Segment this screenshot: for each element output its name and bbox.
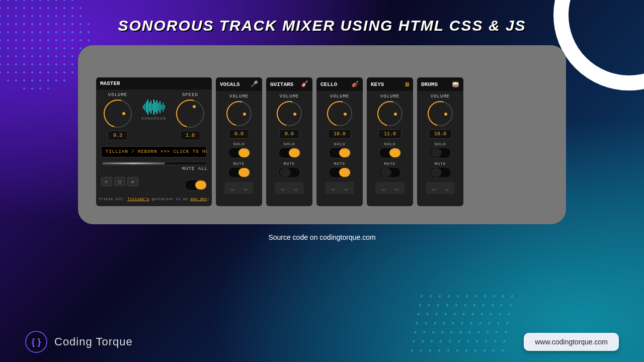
solo-toggle[interactable] (329, 147, 351, 158)
site-link-chip[interactable]: www.codingtorque.com (524, 333, 619, 351)
page-title: SONOROUS TRACK MIXER USING HTML CSS & JS (0, 0, 644, 34)
violin-icon: 🎻 (351, 80, 359, 88)
master-volume-unit: VOLUME 9.3 (101, 93, 134, 140)
track-panel-guitars: GUITARS 🎸 VOLUME 0.0 SOLO MUTE ◡ ◡ (266, 77, 312, 206)
transport-controls: ▷ ▢ ↻ (101, 177, 138, 186)
guitar-icon: 🎸 (301, 80, 308, 88)
solo-toggle[interactable] (278, 147, 300, 158)
track-panel-drums: DRUMS 🥁 VOLUME 10.0 SOLO MUTE ◡ ◡ (417, 77, 463, 206)
drum-icon: 🥁 (452, 80, 459, 88)
track-volume-value: 0.0 (229, 129, 249, 139)
mute-toggle[interactable] (228, 167, 250, 178)
headphone-right-icon: ◡ (291, 184, 301, 192)
track-volume-value: 10.0 (429, 129, 452, 139)
track-panel-keys: KEYS ▥ VOLUME 11.0 SOLO MUTE ◡ ◡ (367, 77, 413, 206)
solo-label: SOLO (334, 142, 345, 146)
keys-icon: ▥ (406, 80, 409, 88)
track-header: KEYS ▥ (367, 77, 413, 91)
track-volume-label: VOLUME (431, 94, 450, 99)
headphone-selector[interactable]: ◡ ◡ (224, 182, 254, 194)
track-header: CELLO 🎻 (316, 77, 363, 91)
mixer-frame: MASTER VOLUME 9.3 SONOROUS SPEED (78, 45, 566, 224)
track-volume-knob[interactable] (428, 101, 453, 126)
master-speed-value: 1.0 (180, 131, 200, 140)
headphone-right-icon: ◡ (391, 184, 401, 192)
master-volume-label: VOLUME (108, 93, 127, 98)
source-note: Source code on codingtorque.com (0, 233, 644, 241)
master-speed-unit: SPEED 1.0 (174, 93, 207, 140)
mute-toggle[interactable] (278, 167, 300, 178)
track-header: VOCALS 🎤 (216, 77, 262, 91)
decoration-dots-top-left (0, 0, 91, 90)
track-volume-label: VOLUME (280, 94, 299, 99)
headphone-selector[interactable]: ◡ ◡ (375, 182, 405, 194)
headphone-selector[interactable]: ◡ ◡ (275, 182, 304, 194)
solo-label: SOLO (384, 142, 395, 146)
waveform-icon (136, 100, 172, 115)
track-volume-knob[interactable] (377, 101, 403, 126)
track-volume-label: VOLUME (229, 94, 249, 99)
track-title: VOCALS (220, 81, 240, 87)
mute-toggle[interactable] (329, 167, 351, 178)
track-panel-cello: CELLO 🎻 VOLUME 10.0 SOLO MUTE ◡ ◡ (316, 77, 363, 206)
headphone-left-icon: ◡ (378, 184, 388, 192)
trivia-text: Trivia bit: Tillian's guitarist is an ek… (96, 194, 212, 202)
track-volume-knob[interactable] (226, 101, 252, 126)
track-header: GUITARS 🎸 (266, 77, 312, 91)
master-speed-label: SPEED (182, 93, 198, 98)
mute-label: MUTE (233, 161, 245, 166)
waveform-label: SONOROUS (141, 117, 167, 121)
headphone-left-icon: ◡ (227, 184, 237, 192)
headphone-left-icon: ◡ (278, 184, 288, 192)
solo-label: SOLO (283, 142, 295, 146)
master-speed-knob[interactable] (176, 100, 204, 128)
master-panel: MASTER VOLUME 9.3 SONOROUS SPEED (96, 77, 212, 206)
mute-label: MUTE (434, 161, 446, 166)
track-volume-knob[interactable] (327, 101, 352, 126)
progress-bar[interactable] (101, 161, 207, 165)
trivia-link-1[interactable]: Tillian's (127, 197, 149, 201)
solo-toggle[interactable] (429, 147, 451, 158)
mute-label: MUTE (384, 161, 395, 166)
stop-button[interactable]: ▢ (114, 177, 125, 186)
master-volume-knob[interactable] (104, 100, 132, 128)
solo-toggle[interactable] (379, 147, 401, 158)
decoration-ring-top-right (553, 0, 644, 90)
track-volume-value: 11.0 (378, 129, 401, 139)
headphone-selector[interactable]: ◡ ◡ (426, 182, 455, 194)
track-volume-value: 10.0 (328, 129, 351, 139)
headphone-right-icon: ◡ (442, 184, 452, 192)
mic-icon: 🎤 (251, 80, 258, 88)
headphone-left-icon: ◡ (429, 184, 439, 192)
solo-toggle[interactable] (228, 147, 250, 158)
solo-label: SOLO (434, 142, 446, 146)
mixer-row: MASTER VOLUME 9.3 SONOROUS SPEED (96, 77, 548, 206)
track-title: CELLO (320, 81, 337, 87)
waveform-display: SONOROUS (134, 93, 174, 121)
mute-toggle[interactable] (379, 167, 401, 178)
mute-toggle[interactable] (429, 167, 451, 178)
play-button[interactable]: ▷ (101, 177, 112, 186)
headphone-left-icon: ◡ (328, 184, 338, 192)
track-volume-label: VOLUME (330, 94, 349, 99)
headphone-selector[interactable]: ◡ ◡ (325, 182, 354, 194)
track-panel-vocals: VOCALS 🎤 VOLUME 0.0 SOLO MUTE ◡ ◡ (216, 77, 262, 206)
solo-label: SOLO (233, 142, 245, 146)
mute-label: MUTE (283, 161, 295, 166)
trivia-link-2[interactable]: eko dev (190, 197, 207, 201)
track-title: DRUMS (421, 81, 438, 87)
mute-all-label: MUTE ALL (182, 166, 208, 171)
loop-button[interactable]: ↻ (127, 177, 138, 186)
master-header: MASTER (96, 77, 212, 89)
track-volume-value: 0.0 (279, 129, 299, 139)
headphone-right-icon: ◡ (240, 184, 251, 192)
track-header: DRUMS 🥁 (417, 77, 463, 91)
master-title: MASTER (100, 80, 120, 86)
track-title: KEYS (371, 81, 384, 87)
master-volume-value: 9.3 (108, 131, 128, 140)
mute-all-toggle[interactable] (185, 179, 207, 191)
track-volume-knob[interactable] (277, 101, 302, 126)
now-playing-ticker[interactable]: TILLIAN / REBORN >>> CLICK TO HEA (101, 146, 207, 157)
brand-name: Coding Torque (54, 335, 133, 348)
brand: { } Coding Torque (25, 331, 133, 353)
